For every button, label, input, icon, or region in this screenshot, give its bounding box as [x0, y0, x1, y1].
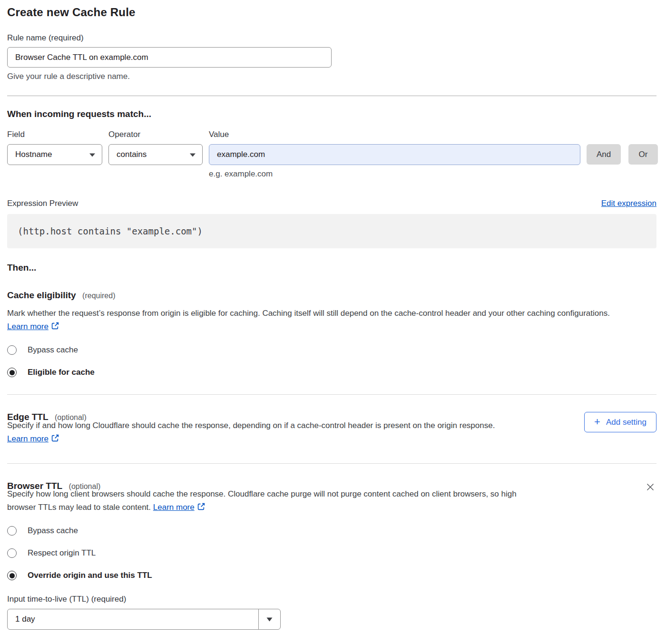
radio-circle[interactable] — [7, 345, 17, 355]
operator-column-label: Operator — [108, 130, 203, 139]
edge-ttl-description-text: Specify if and how long Cloudflare shoul… — [7, 421, 495, 430]
ttl-input-label: Input time-to-live (TTL) (required) — [7, 595, 656, 604]
cache-eligibility-title: Cache eligibility — [7, 290, 76, 300]
value-input[interactable] — [209, 144, 580, 165]
rule-name-label: Rule name (required) — [7, 33, 656, 43]
radio-label: Respect origin TTL — [28, 548, 96, 558]
ttl-select[interactable]: 1 day — [7, 609, 281, 630]
section-divider — [7, 463, 656, 464]
chevron-down-icon — [190, 150, 196, 159]
cache-eligibility-description: Mark whether the request’s response from… — [7, 307, 648, 334]
radio-label: Bypass cache — [28, 345, 78, 355]
remove-browser-ttl-button[interactable] — [644, 481, 656, 493]
edit-expression-link[interactable]: Edit expression — [601, 199, 656, 208]
cache-eligibility-description-text: Mark whether the request’s response from… — [7, 309, 610, 318]
browser-ttl-radio-group: Bypass cache Respect origin TTL Override… — [7, 526, 656, 580]
or-button[interactable]: Or — [628, 144, 658, 165]
radio-label: Override origin and use this TTL — [28, 571, 152, 580]
value-column-label: Value — [209, 130, 580, 139]
rule-name-helper: Give your rule a descriptive name. — [7, 72, 656, 81]
expression-preview-code: (http.host contains "example.com") — [7, 214, 656, 248]
radio-eligible-for-cache[interactable]: Eligible for cache — [7, 368, 656, 377]
external-link-icon — [197, 503, 205, 512]
rule-name-input[interactable] — [7, 47, 332, 68]
browser-ttl-description-text: Specify how long client browsers should … — [7, 489, 517, 512]
radio-respect-origin-ttl[interactable]: Respect origin TTL — [7, 548, 656, 558]
external-link-icon — [51, 322, 59, 332]
browser-ttl-learn-more-link[interactable]: Learn more — [153, 503, 195, 512]
match-heading: When incoming requests match... — [7, 109, 656, 119]
field-select-value: Hostname — [15, 150, 52, 159]
field-column-label: Field — [7, 130, 102, 139]
edge-ttl-description: Specify if and how long Cloudflare shoul… — [7, 419, 533, 446]
add-setting-label: Add setting — [606, 418, 646, 427]
external-link-icon — [51, 435, 59, 444]
radio-circle-selected[interactable] — [7, 368, 17, 377]
chevron-down-icon — [266, 617, 273, 622]
rule-name-section: Rule name (required) Give your rule a de… — [7, 33, 656, 81]
add-setting-button[interactable]: + Add setting — [584, 412, 656, 432]
value-helper: e.g. example.com — [209, 169, 580, 179]
plus-icon: + — [594, 417, 600, 427]
expression-preview-label: Expression Preview — [7, 199, 78, 208]
section-divider — [7, 96, 656, 96]
radio-override-origin-ttl[interactable]: Override origin and use this TTL — [7, 571, 656, 580]
field-select[interactable]: Hostname — [7, 144, 102, 165]
operator-select-value: contains — [117, 150, 147, 159]
cache-eligibility-header: Cache eligibility (required) — [7, 290, 656, 301]
and-button[interactable]: And — [587, 144, 621, 165]
create-cache-rule-form: Create new Cache Rule Rule name (require… — [0, 0, 666, 638]
page-title: Create new Cache Rule — [7, 6, 656, 19]
radio-browser-bypass-cache[interactable]: Bypass cache — [7, 526, 656, 536]
close-icon — [645, 482, 656, 492]
cache-eligibility-qualifier: (required) — [82, 292, 115, 300]
ttl-select-value: 1 day — [8, 609, 258, 629]
radio-circle[interactable] — [7, 526, 17, 536]
expression-preview-header: Expression Preview Edit expression — [7, 199, 656, 208]
radio-bypass-cache[interactable]: Bypass cache — [7, 345, 656, 355]
operator-select[interactable]: contains — [108, 144, 203, 165]
edge-ttl-learn-more-link[interactable]: Learn more — [7, 434, 49, 443]
radio-label: Bypass cache — [28, 526, 78, 536]
match-builder-row: Field Operator Value Hostname contains A… — [7, 130, 656, 179]
section-divider — [7, 394, 656, 395]
ttl-select-arrow-segment[interactable] — [258, 609, 280, 629]
chevron-down-icon — [89, 150, 95, 159]
browser-ttl-description: Specify how long client browsers should … — [7, 488, 527, 515]
radio-label: Eligible for cache — [28, 368, 95, 377]
radio-circle[interactable] — [7, 548, 17, 558]
radio-circle-selected[interactable] — [7, 571, 17, 580]
then-heading: Then... — [7, 263, 656, 273]
cache-eligibility-radio-group: Bypass cache Eligible for cache — [7, 345, 656, 377]
cache-eligibility-learn-more-link[interactable]: Learn more — [7, 322, 49, 331]
